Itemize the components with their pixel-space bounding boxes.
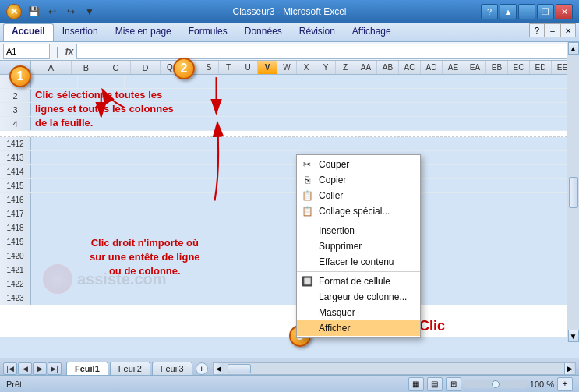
select-all-btn[interactable]	[0, 61, 31, 74]
ctx-insertion[interactable]: Insertion	[297, 223, 420, 238]
col-header-X[interactable]: X	[297, 61, 316, 74]
tab-affichage[interactable]: Affichage	[344, 23, 400, 41]
formula-input[interactable]	[76, 44, 576, 59]
close-btn[interactable]: ✕	[556, 4, 573, 19]
zoom-slider[interactable]	[464, 380, 527, 388]
col-header-AE[interactable]: AE	[443, 61, 464, 74]
tab-revision[interactable]: Révision	[291, 23, 344, 41]
cell-A1[interactable]	[31, 75, 78, 88]
tab-nav-prev[interactable]: ◀	[18, 362, 32, 375]
scrollbar-vertical[interactable]: ▲ ▼	[567, 42, 579, 342]
row-num-1412[interactable]: 1412	[0, 137, 31, 150]
col-header-AB[interactable]: AB	[377, 61, 399, 74]
cell-rest-3[interactable]	[31, 103, 579, 116]
row-num-1423[interactable]: 1423	[0, 291, 31, 305]
cell-rest-2[interactable]	[31, 89, 579, 102]
tab-accueil[interactable]: Accueil	[3, 23, 54, 41]
col-header-Y[interactable]: Y	[316, 61, 336, 74]
help-btn[interactable]: ?	[481, 4, 498, 19]
row-num-1414[interactable]: 1414	[0, 165, 31, 178]
ctx-coller[interactable]: 📋 Coller	[297, 188, 420, 203]
row-num-2[interactable]: 2	[0, 89, 31, 102]
tab-nav-first[interactable]: |◀	[3, 362, 17, 375]
scroll-thumb-h[interactable]	[228, 364, 251, 373]
office-logo[interactable]: ✕	[6, 4, 22, 19]
ctx-copier[interactable]: ⎘ Copier	[297, 172, 420, 188]
col-header-ED[interactable]: ED	[530, 61, 552, 74]
row-num-1415[interactable]: 1415	[0, 179, 31, 192]
page-break-btn[interactable]: ⊞	[446, 377, 461, 391]
more-quick-btn[interactable]: ▼	[81, 4, 98, 19]
row-num-1416[interactable]: 1416	[0, 193, 31, 207]
scroll-thumb-v[interactable]	[569, 177, 578, 208]
tab-formules[interactable]: Formules	[180, 23, 236, 41]
restore-btn[interactable]: ❐	[537, 4, 554, 19]
cell-rest-1[interactable]	[171, 75, 579, 88]
col-header-R[interactable]: R	[180, 61, 199, 74]
row-num-3[interactable]: 3	[0, 103, 31, 116]
ribbon-help-btn[interactable]: ?	[529, 23, 545, 37]
sheet-tab-feuil2[interactable]: Feuil2	[110, 362, 150, 375]
tab-nav-next[interactable]: ▶	[33, 362, 47, 375]
redo-quick-btn[interactable]: ↪	[62, 4, 79, 19]
tab-nav-last[interactable]: ▶|	[48, 362, 62, 375]
col-header-AC[interactable]: AC	[399, 61, 421, 74]
col-header-EB[interactable]: EB	[486, 61, 508, 74]
ctx-format[interactable]: 🔲 Format de cellule	[297, 274, 420, 289]
col-header-S[interactable]: S	[199, 61, 219, 74]
col-header-V[interactable]: V	[258, 61, 277, 74]
cell-rest-4[interactable]	[31, 117, 579, 130]
col-header-A[interactable]: A	[31, 61, 72, 74]
undo-quick-btn[interactable]: ↩	[44, 4, 61, 19]
ctx-couper[interactable]: ✂ Couper	[297, 157, 420, 172]
ctx-masquer[interactable]: Masquer	[297, 305, 420, 320]
page-layout-btn[interactable]: ▤	[427, 377, 443, 391]
cell-rest-1412[interactable]	[31, 137, 579, 150]
ribbon-toggle-btn[interactable]: ▲	[500, 4, 517, 19]
col-header-B[interactable]: B	[72, 61, 101, 74]
scroll-up-btn[interactable]: ▲	[568, 42, 579, 55]
zoom-thumb[interactable]	[492, 380, 500, 388]
scroll-left-btn[interactable]: ◀	[214, 363, 224, 374]
row-num-1413[interactable]: 1413	[0, 151, 31, 164]
cell-B1[interactable]	[78, 75, 125, 88]
add-sheet-btn[interactable]: +	[196, 362, 208, 375]
col-header-D[interactable]: D	[131, 61, 161, 74]
tab-donnees[interactable]: Données	[236, 23, 291, 41]
col-header-AA[interactable]: AA	[355, 61, 377, 74]
col-header-AD[interactable]: AD	[421, 61, 443, 74]
col-header-Q[interactable]: Q	[161, 61, 180, 74]
normal-view-btn[interactable]: ▦	[408, 377, 424, 391]
minimize-btn[interactable]: ─	[518, 4, 535, 19]
sheet-tab-feuil3[interactable]: Feuil3	[152, 362, 192, 375]
scroll-right-btn[interactable]: ▶	[564, 363, 575, 374]
name-box[interactable]: A1	[3, 44, 50, 59]
row-num-1417[interactable]: 1417	[0, 207, 31, 221]
col-header-Z[interactable]: Z	[336, 61, 355, 74]
scroll-down-btn[interactable]: ▼	[568, 330, 579, 342]
ctx-largeur[interactable]: Largeur de colonne...	[297, 289, 420, 305]
ctx-effacer[interactable]: Effacer le contenu	[297, 254, 420, 270]
cell-C1[interactable]	[125, 75, 171, 88]
row-num-1418[interactable]: 1418	[0, 221, 31, 235]
ctx-supprimer[interactable]: Supprimer	[297, 238, 420, 254]
col-header-C[interactable]: C	[101, 61, 131, 74]
ribbon-close-btn[interactable]: ✕	[560, 23, 576, 37]
tab-insertion[interactable]: Insertion	[54, 23, 107, 41]
row-num-1421[interactable]: 1421	[0, 263, 31, 277]
col-header-T[interactable]: T	[219, 61, 238, 74]
col-header-EA[interactable]: EA	[464, 61, 486, 74]
save-quick-btn[interactable]: 💾	[25, 4, 42, 19]
scrollbar-horizontal[interactable]: ◀ ▶	[213, 362, 576, 375]
tab-mise-en-page[interactable]: Mise en page	[107, 23, 180, 41]
zoom-in-btn[interactable]: +	[557, 377, 573, 391]
sheet-tab-feuil1[interactable]: Feuil1	[66, 362, 108, 375]
ctx-collage-special[interactable]: 📋 Collage spécial...	[297, 203, 420, 219]
ctx-afficher[interactable]: Afficher	[297, 320, 420, 336]
row-num-1420[interactable]: 1420	[0, 249, 31, 263]
col-header-EC[interactable]: EC	[508, 61, 530, 74]
col-header-W[interactable]: W	[277, 61, 297, 74]
ribbon-collapse-btn[interactable]: –	[545, 23, 560, 37]
row-num-1422[interactable]: 1422	[0, 277, 31, 291]
col-header-U[interactable]: U	[238, 61, 258, 74]
